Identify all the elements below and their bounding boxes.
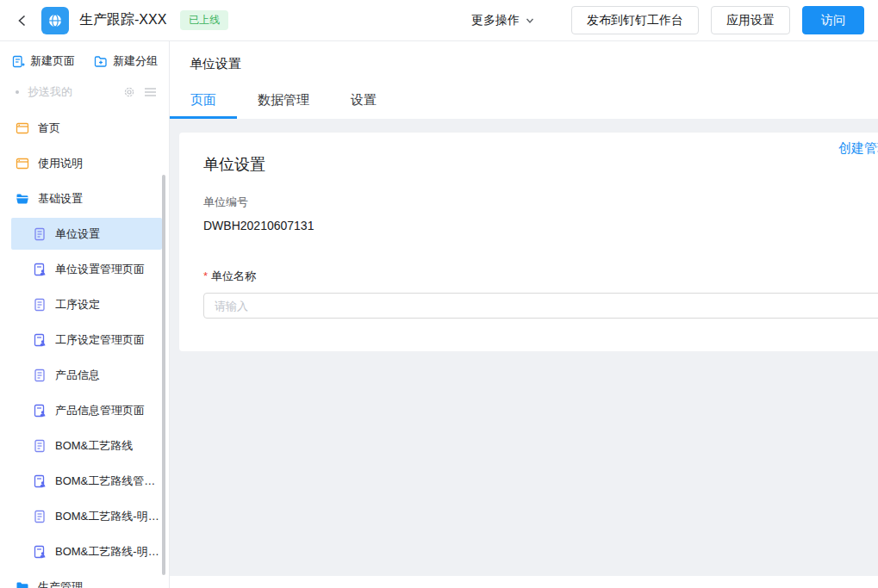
tabs-row: 页面 数据管理 设置: [170, 81, 878, 119]
doc-icon: [33, 298, 47, 312]
chevron-left-icon: [16, 14, 29, 28]
sidebar-item[interactable]: 使用说明: [0, 145, 169, 181]
sidebar-item-label: 产品信息: [55, 368, 100, 383]
new-group-icon: [94, 55, 108, 68]
sidebar-item-label: 基础设置: [38, 191, 83, 207]
sidebar-item-label: BOM&工艺路线-明细统计: [55, 509, 165, 524]
app-title: 生产跟踪-XXX: [79, 11, 166, 29]
sidebar-item-label: BOM&工艺路线管理页面: [55, 473, 165, 489]
sidebar: 新建页面 新建分组 抄送我的: [0, 41, 170, 588]
new-page-icon: [12, 55, 25, 68]
sidebar-item[interactable]: 生产管理: [0, 569, 169, 588]
sidebar-item[interactable]: BOM&工艺路线: [0, 428, 169, 463]
new-page-label: 新建页面: [30, 53, 75, 69]
doc-icon: [33, 439, 47, 453]
sidebar-item-label: 产品信息管理页面: [55, 403, 145, 418]
gear-icon[interactable]: [123, 86, 135, 98]
content-area: 单位设置 单位编号 DWBH20210607131 *单位名称: [170, 119, 878, 576]
page-orange-icon: [16, 157, 29, 170]
chevron-down-icon: [525, 15, 535, 26]
back-button[interactable]: [10, 9, 34, 33]
app-header: 生产跟踪-XXX 已上线 更多操作 发布到钉钉工作台 应用设置 访问: [0, 0, 878, 41]
folder-closed-icon: [16, 580, 29, 588]
sidebar-item-label: 工序设定: [55, 297, 100, 313]
new-page-button[interactable]: 新建页面: [12, 53, 75, 69]
cc-me-label: 抄送我的: [28, 84, 123, 100]
sidebar-item[interactable]: 工序设定: [0, 287, 169, 322]
sidebar-item[interactable]: 首页: [0, 110, 169, 145]
sidebar-item-label: BOM&工艺路线: [55, 438, 133, 454]
sidebar-item[interactable]: 单位设置: [0, 216, 169, 251]
globe-icon: [47, 13, 63, 28]
app-logo: [41, 7, 69, 34]
sidebar-item-label: 单位设置: [55, 226, 100, 242]
sidebar-item[interactable]: BOM&工艺路线管理页面: [0, 463, 169, 498]
cc-me-row[interactable]: 抄送我的: [0, 81, 169, 103]
tab-data-management[interactable]: 数据管理: [237, 81, 330, 119]
sidebar-item-label: 使用说明: [38, 156, 83, 171]
more-actions-label: 更多操作: [471, 13, 520, 28]
sidebar-item[interactable]: 单位设置管理页面: [0, 251, 169, 287]
required-asterisk: *: [203, 269, 208, 282]
sidebar-item[interactable]: BOM&工艺路线-明细统计: [0, 498, 169, 534]
unit-code-value: DWBH20210607131: [203, 219, 878, 232]
sidebar-item-label: 生产管理: [38, 579, 83, 588]
new-group-label: 新建分组: [113, 53, 158, 69]
sidebar-item-label: BOM&工艺路线-明细统...: [55, 544, 165, 560]
page-title: 单位设置: [170, 41, 878, 72]
doc-person-icon: [33, 333, 47, 347]
unit-name-input[interactable]: [203, 293, 878, 319]
sidebar-item[interactable]: 产品信息管理页面: [0, 393, 169, 428]
page-orange-icon: [16, 121, 29, 135]
new-group-button[interactable]: 新建分组: [94, 53, 158, 69]
unit-name-label: *单位名称: [203, 269, 878, 284]
folder-open-icon: [16, 192, 29, 206]
sidebar-item[interactable]: 工序设定管理页面: [0, 322, 169, 357]
sidebar-item-label: 首页: [38, 121, 60, 136]
unit-code-label: 单位编号: [203, 195, 878, 210]
dot-icon: [16, 90, 19, 94]
sidebar-item[interactable]: 产品信息: [0, 357, 169, 393]
form-card: 单位设置 单位编号 DWBH20210607131 *单位名称: [179, 133, 878, 351]
publish-to-dingtalk-button[interactable]: 发布到钉钉工作台: [571, 6, 699, 34]
sidebar-item[interactable]: BOM&工艺路线-明细统...: [0, 534, 169, 569]
doc-icon: [33, 510, 47, 523]
status-badge: 已上线: [180, 10, 228, 30]
doc-person-icon: [33, 474, 47, 488]
more-actions-dropdown[interactable]: 更多操作: [471, 13, 535, 28]
sidebar-item-label: 工序设定管理页面: [55, 332, 145, 348]
main-panel: 单位设置 页面 数据管理 设置 创建管理页面 单位设置 单位编号 DWBH202…: [170, 41, 878, 588]
doc-icon: [33, 368, 47, 382]
form-card-title: 单位设置: [203, 153, 878, 176]
sidebar-item[interactable]: 基础设置: [0, 181, 169, 216]
tab-settings[interactable]: 设置: [330, 81, 397, 119]
sidebar-item-label: 单位设置管理页面: [55, 262, 145, 277]
doc-icon: [33, 227, 47, 241]
app-settings-button[interactable]: 应用设置: [711, 6, 790, 34]
menu-icon[interactable]: [144, 87, 157, 97]
doc-person-icon: [33, 263, 47, 276]
sidebar-nav-list: 首页使用说明基础设置单位设置单位设置管理页面工序设定工序设定管理页面产品信息产品…: [0, 110, 169, 588]
visit-button[interactable]: 访问: [802, 6, 864, 34]
create-manage-page-link[interactable]: 创建管理页面: [838, 140, 878, 157]
doc-person-icon: [33, 404, 47, 418]
tab-page[interactable]: 页面: [170, 81, 237, 119]
doc-person-icon: [33, 545, 47, 559]
